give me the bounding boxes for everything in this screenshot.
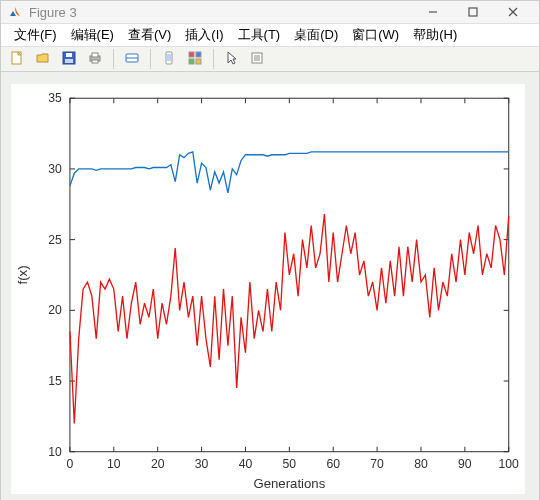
svg-text:30: 30 (48, 162, 62, 176)
pointer-icon (224, 50, 240, 69)
svg-text:20: 20 (48, 303, 62, 317)
svg-rect-18 (196, 59, 201, 64)
svg-text:20: 20 (151, 457, 165, 471)
svg-text:f(x): f(x) (15, 265, 30, 284)
toolbar-sep-2 (150, 49, 151, 69)
svg-text:100: 100 (499, 457, 520, 471)
toolbar-sep-3 (213, 49, 214, 69)
new-file-icon (9, 50, 25, 69)
palette-button[interactable] (183, 47, 207, 71)
axes[interactable]: 0102030405060708090100101520253035Genera… (11, 84, 525, 494)
svg-text:Generations: Generations (253, 476, 325, 491)
menu-file[interactable]: 文件(F) (7, 24, 64, 46)
svg-text:10: 10 (48, 445, 62, 459)
plot-area: 0102030405060708090100101520253035Genera… (1, 72, 539, 500)
svg-rect-14 (167, 54, 171, 61)
svg-text:60: 60 (326, 457, 340, 471)
svg-rect-9 (92, 53, 98, 57)
close-button[interactable] (493, 1, 533, 23)
svg-text:0: 0 (67, 457, 74, 471)
pointer-button[interactable] (220, 47, 244, 71)
figure-window: Figure 3 文件(F) 编辑(E) 查看(V) 插入(I) 工具(T) 桌… (0, 0, 540, 500)
svg-text:35: 35 (48, 91, 62, 105)
new-figure-button[interactable] (5, 47, 29, 71)
matlab-icon (7, 4, 23, 20)
svg-rect-15 (189, 52, 194, 57)
link-button[interactable] (120, 47, 144, 71)
svg-text:70: 70 (370, 457, 384, 471)
link-icon (124, 50, 140, 69)
phone-button[interactable] (157, 47, 181, 71)
svg-rect-16 (196, 52, 201, 57)
open-button[interactable] (31, 47, 55, 71)
print-icon (87, 50, 103, 69)
toolbar-sep-1 (113, 49, 114, 69)
menu-edit[interactable]: 编辑(E) (64, 24, 121, 46)
svg-text:30: 30 (195, 457, 209, 471)
menu-window[interactable]: 窗口(W) (345, 24, 406, 46)
menu-tools[interactable]: 工具(T) (231, 24, 288, 46)
inspect-button[interactable] (246, 47, 270, 71)
svg-rect-7 (65, 59, 73, 63)
menu-insert[interactable]: 插入(I) (178, 24, 230, 46)
titlebar: Figure 3 (1, 1, 539, 24)
menu-help[interactable]: 帮助(H) (406, 24, 464, 46)
svg-text:50: 50 (283, 457, 297, 471)
svg-rect-10 (92, 60, 98, 63)
save-icon (61, 50, 77, 69)
menu-view[interactable]: 查看(V) (121, 24, 178, 46)
svg-text:10: 10 (107, 457, 121, 471)
svg-text:40: 40 (239, 457, 253, 471)
window-title: Figure 3 (29, 5, 413, 20)
folder-open-icon (35, 50, 51, 69)
svg-text:15: 15 (48, 374, 62, 388)
svg-text:25: 25 (48, 233, 62, 247)
toolbar (1, 47, 539, 72)
svg-text:80: 80 (414, 457, 428, 471)
maximize-button[interactable] (453, 1, 493, 23)
svg-rect-6 (66, 53, 72, 57)
chart-svg: 0102030405060708090100101520253035Genera… (11, 84, 525, 494)
minimize-button[interactable] (413, 1, 453, 23)
menubar: 文件(F) 编辑(E) 查看(V) 插入(I) 工具(T) 桌面(D) 窗口(W… (1, 24, 539, 47)
svg-text:90: 90 (458, 457, 472, 471)
print-button[interactable] (83, 47, 107, 71)
save-button[interactable] (57, 47, 81, 71)
inspect-icon (250, 50, 266, 69)
svg-rect-17 (189, 59, 194, 64)
svg-rect-1 (469, 8, 477, 16)
phone-icon (162, 50, 176, 69)
menu-desktop[interactable]: 桌面(D) (287, 24, 345, 46)
palette-icon (187, 50, 203, 69)
